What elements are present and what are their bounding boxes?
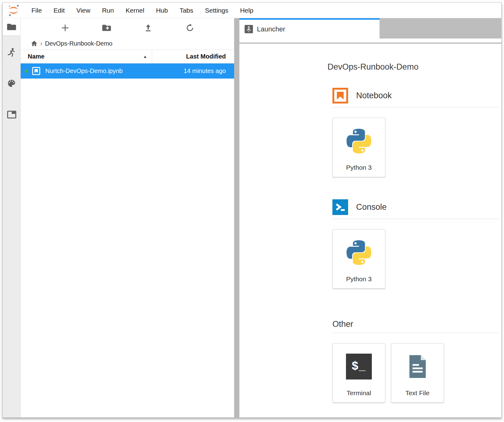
kernel-running-dot xyxy=(25,69,28,73)
menu-bar: File Edit View Run Kernel Hub Tabs Setti… xyxy=(3,3,501,18)
notebook-file-icon xyxy=(32,67,40,75)
refresh-icon xyxy=(186,24,194,32)
section-label: Other xyxy=(332,319,353,329)
section-header: Notebook xyxy=(332,88,501,103)
python-logo xyxy=(344,126,374,156)
launcher-section-notebook: Notebook Python 3 xyxy=(332,88,501,177)
file-list-header: Name ▲ Last Modified xyxy=(21,50,234,63)
launcher-card-notebook-python3[interactable]: Python 3 xyxy=(332,118,385,177)
sidebar-item-commands[interactable] xyxy=(3,75,20,92)
python-logo xyxy=(344,238,374,267)
tabs-icon xyxy=(7,111,16,119)
terminal-glyph: $_ xyxy=(352,359,366,372)
section-divider xyxy=(332,219,499,219)
home-icon[interactable] xyxy=(31,40,38,47)
sidebar-item-running[interactable] xyxy=(3,44,20,61)
sidebar-item-files[interactable] xyxy=(3,18,20,35)
menu-view[interactable]: View xyxy=(71,7,96,14)
running-man-icon xyxy=(7,48,16,57)
menu-hub[interactable]: Hub xyxy=(150,7,174,14)
upload-icon xyxy=(144,24,152,32)
launcher-card-terminal[interactable]: $_ Terminal xyxy=(332,343,385,403)
jupyterlab-window: File Edit View Run Kernel Hub Tabs Setti… xyxy=(2,2,502,418)
menu-file[interactable]: File xyxy=(26,7,48,14)
column-header-name[interactable]: Name ▲ xyxy=(21,50,152,63)
menu-settings[interactable]: Settings xyxy=(199,7,234,14)
launcher-cwd-title: DevOps-Runbook-Demo xyxy=(327,62,501,72)
file-browser-panel: › DevOps-Runbook-Demo Name ▲ Last Modifi… xyxy=(21,18,234,417)
upload-button[interactable] xyxy=(143,22,153,33)
file-modified: 14 minutes ago xyxy=(184,67,234,75)
card-label: Python 3 xyxy=(346,275,372,283)
card-label: Text File xyxy=(405,389,429,397)
folder-icon xyxy=(7,23,16,31)
file-row-selected[interactable]: Nurtch-DevOps-Demo.ipynb 14 minutes ago xyxy=(21,63,234,79)
rocket-icon xyxy=(245,25,253,33)
breadcrumb-separator: › xyxy=(40,40,42,47)
name-column-label: Name xyxy=(28,53,44,60)
tab-bar-gap xyxy=(239,39,501,43)
menu-kernel[interactable]: Kernel xyxy=(120,7,150,14)
main-area: Launcher DevOps-Runbook-Demo Notebook xyxy=(239,18,501,417)
jupyter-logo-icon xyxy=(6,4,21,17)
refresh-button[interactable] xyxy=(185,22,195,33)
column-header-modified[interactable]: Last Modified xyxy=(152,53,234,60)
card-label: Python 3 xyxy=(346,164,372,171)
section-header: Console xyxy=(332,199,501,215)
launcher-card-console-python3[interactable]: Python 3 xyxy=(332,229,385,289)
tab-launcher-label: Launcher xyxy=(257,25,285,33)
terminal-icon: $_ xyxy=(346,354,372,379)
menu-edit[interactable]: Edit xyxy=(48,7,71,14)
launcher-section-other: Other $_ Terminal xyxy=(332,319,501,403)
sidebar-item-open-tabs[interactable] xyxy=(3,106,20,123)
console-icon xyxy=(332,199,348,215)
menu-run[interactable]: Run xyxy=(96,7,120,14)
new-folder-icon xyxy=(102,24,111,32)
breadcrumb: › DevOps-Runbook-Demo xyxy=(21,37,234,50)
new-launcher-button[interactable] xyxy=(60,22,70,33)
card-label: Terminal xyxy=(347,389,371,397)
section-label: Console xyxy=(356,202,387,212)
notebook-icon xyxy=(332,88,348,103)
file-browser-toolbar xyxy=(21,18,234,37)
plus-icon xyxy=(61,24,69,32)
section-header: Other xyxy=(332,319,501,329)
menu-tabs[interactable]: Tabs xyxy=(174,7,199,14)
section-label: Notebook xyxy=(356,91,392,100)
file-name: Nurtch-DevOps-Demo.ipynb xyxy=(45,67,123,75)
launcher-panel: DevOps-Runbook-Demo Notebook xyxy=(239,44,501,417)
breadcrumb-folder[interactable]: DevOps-Runbook-Demo xyxy=(45,40,112,47)
menu-help[interactable]: Help xyxy=(234,7,259,14)
activity-bar xyxy=(3,18,21,417)
new-folder-button[interactable] xyxy=(101,22,112,33)
palette-icon xyxy=(7,79,16,88)
tab-launcher[interactable]: Launcher xyxy=(239,18,380,39)
section-divider xyxy=(332,333,499,333)
tab-bar: Launcher xyxy=(239,18,501,39)
sort-ascending-icon: ▲ xyxy=(143,55,147,59)
launcher-section-console: Console Python 3 xyxy=(332,199,501,289)
section-divider xyxy=(332,107,499,108)
panel-splitter[interactable] xyxy=(234,18,239,417)
text-file-icon xyxy=(404,354,430,379)
launcher-card-text-file[interactable]: Text File xyxy=(391,343,444,403)
